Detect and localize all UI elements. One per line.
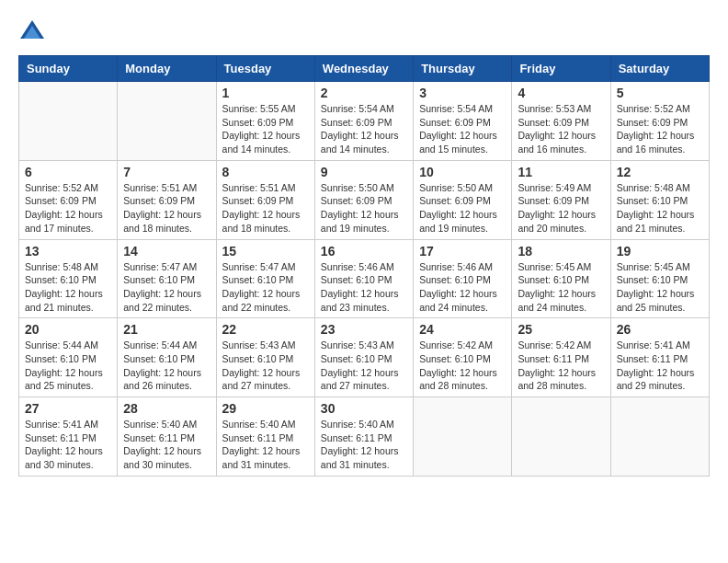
day-info: Sunrise: 5:48 AM Sunset: 6:10 PM Dayligh…: [617, 181, 703, 236]
day-info: Sunrise: 5:45 AM Sunset: 6:10 PM Dayligh…: [518, 260, 604, 315]
day-number: 30: [321, 401, 407, 416]
calendar-cell: 30Sunrise: 5:40 AM Sunset: 6:11 PM Dayli…: [314, 397, 413, 477]
calendar-cell: 14Sunrise: 5:47 AM Sunset: 6:10 PM Dayli…: [118, 239, 216, 318]
logo: [18, 18, 50, 46]
day-info: Sunrise: 5:53 AM Sunset: 6:09 PM Dayligh…: [518, 102, 604, 156]
day-number: 3: [419, 86, 506, 100]
day-info: Sunrise: 5:42 AM Sunset: 6:10 PM Dayligh…: [419, 339, 506, 393]
day-info: Sunrise: 5:45 AM Sunset: 6:10 PM Dayligh…: [617, 260, 703, 315]
calendar-cell: 3Sunrise: 5:54 AM Sunset: 6:09 PM Daylig…: [414, 82, 512, 161]
calendar-cell: 10Sunrise: 5:50 AM Sunset: 6:09 PM Dayli…: [414, 160, 512, 239]
day-number: 24: [419, 322, 506, 337]
day-info: Sunrise: 5:43 AM Sunset: 6:10 PM Dayligh…: [222, 339, 309, 393]
day-number: 9: [321, 165, 407, 179]
calendar-cell: 1Sunrise: 5:55 AM Sunset: 6:09 PM Daylig…: [216, 82, 314, 161]
calendar-cell: 24Sunrise: 5:42 AM Sunset: 6:10 PM Dayli…: [414, 318, 512, 397]
day-info: Sunrise: 5:54 AM Sunset: 6:09 PM Dayligh…: [321, 102, 407, 156]
calendar-week-row: 13Sunrise: 5:48 AM Sunset: 6:10 PM Dayli…: [19, 239, 710, 318]
calendar-cell: 12Sunrise: 5:48 AM Sunset: 6:10 PM Dayli…: [610, 160, 709, 239]
logo-icon: [18, 18, 46, 46]
day-info: Sunrise: 5:47 AM Sunset: 6:10 PM Dayligh…: [123, 260, 210, 315]
day-number: 10: [419, 165, 506, 179]
calendar-cell: 25Sunrise: 5:42 AM Sunset: 6:11 PM Dayli…: [512, 318, 610, 397]
day-number: 14: [123, 244, 210, 259]
calendar-day-header: Sunday: [19, 56, 118, 82]
calendar-cell: [19, 82, 118, 161]
calendar-week-row: 6Sunrise: 5:52 AM Sunset: 6:09 PM Daylig…: [19, 160, 710, 239]
day-number: 18: [518, 244, 604, 259]
calendar-cell: 27Sunrise: 5:41 AM Sunset: 6:11 PM Dayli…: [19, 397, 118, 477]
day-number: 16: [321, 244, 407, 259]
day-info: Sunrise: 5:41 AM Sunset: 6:11 PM Dayligh…: [25, 418, 111, 472]
day-info: Sunrise: 5:50 AM Sunset: 6:09 PM Dayligh…: [419, 181, 506, 236]
calendar-cell: 11Sunrise: 5:49 AM Sunset: 6:09 PM Dayli…: [512, 160, 610, 239]
day-number: 1: [222, 86, 309, 100]
day-number: 28: [123, 401, 210, 416]
day-info: Sunrise: 5:43 AM Sunset: 6:10 PM Dayligh…: [321, 339, 407, 393]
day-info: Sunrise: 5:46 AM Sunset: 6:10 PM Dayligh…: [419, 260, 506, 315]
calendar-cell: [118, 82, 216, 161]
day-info: Sunrise: 5:50 AM Sunset: 6:09 PM Dayligh…: [321, 181, 407, 236]
calendar-cell: 2Sunrise: 5:54 AM Sunset: 6:09 PM Daylig…: [314, 82, 413, 161]
day-number: 4: [518, 86, 604, 100]
day-info: Sunrise: 5:47 AM Sunset: 6:10 PM Dayligh…: [222, 260, 309, 315]
day-number: 2: [321, 86, 407, 100]
day-number: 20: [25, 322, 111, 337]
day-number: 26: [617, 322, 703, 337]
calendar-week-row: 27Sunrise: 5:41 AM Sunset: 6:11 PM Dayli…: [19, 397, 710, 477]
calendar-cell: 28Sunrise: 5:40 AM Sunset: 6:11 PM Dayli…: [118, 397, 216, 477]
day-info: Sunrise: 5:46 AM Sunset: 6:10 PM Dayligh…: [321, 260, 407, 315]
day-info: Sunrise: 5:51 AM Sunset: 6:09 PM Dayligh…: [123, 181, 210, 236]
day-number: 7: [123, 165, 210, 179]
day-info: Sunrise: 5:40 AM Sunset: 6:11 PM Dayligh…: [321, 418, 407, 472]
calendar-day-header: Friday: [512, 56, 610, 82]
day-info: Sunrise: 5:49 AM Sunset: 6:09 PM Dayligh…: [518, 181, 604, 236]
day-info: Sunrise: 5:55 AM Sunset: 6:09 PM Dayligh…: [222, 102, 309, 156]
day-number: 13: [25, 244, 111, 259]
day-number: 29: [222, 401, 309, 416]
day-info: Sunrise: 5:40 AM Sunset: 6:11 PM Dayligh…: [222, 418, 309, 472]
day-info: Sunrise: 5:54 AM Sunset: 6:09 PM Dayligh…: [419, 102, 506, 156]
calendar-cell: 20Sunrise: 5:44 AM Sunset: 6:10 PM Dayli…: [19, 318, 118, 397]
calendar-cell: 15Sunrise: 5:47 AM Sunset: 6:10 PM Dayli…: [216, 239, 314, 318]
day-info: Sunrise: 5:44 AM Sunset: 6:10 PM Dayligh…: [25, 339, 111, 393]
calendar-day-header: Tuesday: [216, 56, 314, 82]
day-info: Sunrise: 5:41 AM Sunset: 6:11 PM Dayligh…: [617, 339, 703, 393]
page-header: [18, 18, 710, 46]
day-info: Sunrise: 5:40 AM Sunset: 6:11 PM Dayligh…: [123, 418, 210, 472]
calendar-day-header: Thursday: [414, 56, 512, 82]
day-number: 12: [617, 165, 703, 179]
calendar-week-row: 1Sunrise: 5:55 AM Sunset: 6:09 PM Daylig…: [19, 82, 710, 161]
calendar-week-row: 20Sunrise: 5:44 AM Sunset: 6:10 PM Dayli…: [19, 318, 710, 397]
day-number: 8: [222, 165, 309, 179]
calendar-cell: 13Sunrise: 5:48 AM Sunset: 6:10 PM Dayli…: [19, 239, 118, 318]
calendar-cell: 21Sunrise: 5:44 AM Sunset: 6:10 PM Dayli…: [118, 318, 216, 397]
day-info: Sunrise: 5:44 AM Sunset: 6:10 PM Dayligh…: [123, 339, 210, 393]
calendar-cell: 26Sunrise: 5:41 AM Sunset: 6:11 PM Dayli…: [610, 318, 709, 397]
calendar-cell: 17Sunrise: 5:46 AM Sunset: 6:10 PM Dayli…: [414, 239, 512, 318]
day-number: 25: [518, 322, 604, 337]
calendar-cell: 5Sunrise: 5:52 AM Sunset: 6:09 PM Daylig…: [610, 82, 709, 161]
calendar-header-row: SundayMondayTuesdayWednesdayThursdayFrid…: [19, 56, 710, 82]
day-number: 19: [617, 244, 703, 259]
day-number: 6: [25, 165, 111, 179]
calendar-cell: [610, 397, 709, 477]
day-number: 15: [222, 244, 309, 259]
day-number: 23: [321, 322, 407, 337]
day-info: Sunrise: 5:42 AM Sunset: 6:11 PM Dayligh…: [518, 339, 604, 393]
day-info: Sunrise: 5:52 AM Sunset: 6:09 PM Dayligh…: [617, 102, 703, 156]
calendar-cell: 18Sunrise: 5:45 AM Sunset: 6:10 PM Dayli…: [512, 239, 610, 318]
calendar-cell: 29Sunrise: 5:40 AM Sunset: 6:11 PM Dayli…: [216, 397, 314, 477]
calendar-cell: 7Sunrise: 5:51 AM Sunset: 6:09 PM Daylig…: [118, 160, 216, 239]
calendar-table: SundayMondayTuesdayWednesdayThursdayFrid…: [18, 55, 710, 477]
calendar-day-header: Saturday: [610, 56, 709, 82]
day-number: 17: [419, 244, 506, 259]
calendar-cell: 4Sunrise: 5:53 AM Sunset: 6:09 PM Daylig…: [512, 82, 610, 161]
calendar-cell: 22Sunrise: 5:43 AM Sunset: 6:10 PM Dayli…: [216, 318, 314, 397]
calendar-cell: 6Sunrise: 5:52 AM Sunset: 6:09 PM Daylig…: [19, 160, 118, 239]
day-number: 5: [617, 86, 703, 100]
calendar-cell: 19Sunrise: 5:45 AM Sunset: 6:10 PM Dayli…: [610, 239, 709, 318]
day-number: 11: [518, 165, 604, 179]
day-number: 21: [123, 322, 210, 337]
calendar-day-header: Wednesday: [314, 56, 413, 82]
